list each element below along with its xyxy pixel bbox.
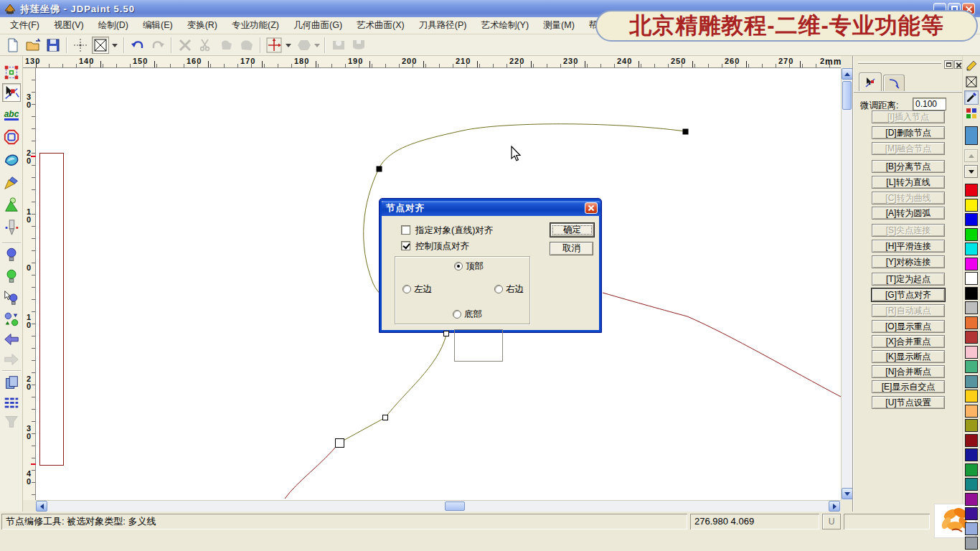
menu-item-4[interactable]: 编辑(E) [136,17,180,34]
cnc-drill-button[interactable] [2,218,21,237]
color-swatch-14[interactable] [965,375,978,388]
drawn-rectangle[interactable] [40,154,64,466]
text-tool-button[interactable]: abc [2,106,21,125]
scroll-right-button[interactable] [829,501,840,512]
menu-item-2[interactable]: 视图(V) [47,17,91,34]
color-swatch-5[interactable] [965,242,978,255]
color-picker-button[interactable] [964,90,979,105]
node-btn-G[interactable]: [G]节点对齐 [872,288,945,301]
node-btn-Y[interactable]: [Y]对称连接 [872,255,945,268]
bulb-pick-button[interactable] [2,288,21,307]
curve-shape-button[interactable] [2,151,21,169]
color-swatch-16[interactable] [965,405,978,418]
curve-node[interactable] [443,331,449,336]
tool-b-button[interactable] [350,37,367,54]
menu-item-7[interactable]: 几何曲面(G) [286,17,349,34]
color-swatch-9[interactable] [965,301,978,314]
axes-button[interactable] [265,37,283,54]
undo-button[interactable] [129,37,146,54]
color-swatch-13[interactable] [965,360,978,373]
color-swatch-10[interactable] [965,316,978,329]
menu-item-10[interactable]: 艺术绘制(Y) [473,17,536,34]
align-top-radio[interactable] [454,262,463,270]
menu-item-8[interactable]: 艺术曲面(X) [349,17,412,34]
node-btn-X[interactable]: [X]合并重点 [872,335,945,348]
redo-button[interactable] [149,37,166,54]
pen-tool-button[interactable] [2,174,21,192]
cone-3d-button[interactable] [2,195,21,214]
color-swatch-6[interactable] [965,258,978,270]
menu-item-6[interactable]: 专业功能(Z) [225,17,286,34]
nudge-distance-input[interactable] [913,98,946,110]
control-vertex-checkbox[interactable] [401,241,410,250]
node-btn-H[interactable]: [H]平滑连接 [872,240,945,253]
node-btn-O[interactable]: [O]显示重点 [872,320,945,333]
color-swatch-20[interactable] [965,463,978,476]
color-swatch-12[interactable] [965,346,978,359]
node-btn-U[interactable]: [U]节点设置 [872,396,945,409]
color-swatch-19[interactable] [965,448,978,461]
scroll-left-button[interactable] [36,501,47,512]
color-swatch-11[interactable] [965,331,978,344]
color-swatch-1[interactable] [965,184,978,197]
color-swatch-24[interactable] [965,522,978,535]
color-swatch-7[interactable] [965,272,978,285]
selection-dropdown-caret[interactable] [112,44,118,47]
menu-item-5[interactable]: 变换(R) [180,17,225,34]
palette-grid-button[interactable] [964,106,979,121]
node-btn-K[interactable]: [K]显示断点 [872,350,945,363]
color-swatch-25[interactable] [965,537,978,550]
ok-button[interactable]: 确定 [550,223,594,237]
node-btn-A[interactable]: [A]转为圆弧 [872,207,945,220]
color-swatch-15[interactable] [965,390,978,402]
copy-pages-button[interactable] [2,373,21,392]
menu-item-11[interactable]: 测量(M) [536,17,582,34]
node-btn-T[interactable]: [T]定为起点 [872,273,945,286]
dash-table-button[interactable] [2,393,21,412]
curve-node[interactable] [383,415,388,420]
color-swatch-8[interactable] [965,287,978,300]
curve-node-selected[interactable] [683,129,689,135]
color-swatch-2[interactable] [965,199,978,212]
marquee-select-button[interactable] [2,63,21,82]
horizontal-scroll-thumb[interactable] [445,501,465,511]
menu-item-3[interactable]: 绘制(D) [91,17,136,34]
align-to-object-checkbox[interactable] [401,225,410,235]
palette-scroll-up[interactable] [964,149,978,162]
color-swatch-4[interactable] [965,228,978,241]
copy-button[interactable] [218,37,235,54]
octagon-shape-button[interactable] [2,128,21,146]
delete-button[interactable] [176,37,194,54]
dialog-close-button[interactable] [585,202,598,214]
save-button[interactable] [44,37,62,54]
align-left-radio[interactable] [402,285,411,293]
align-right-radio[interactable] [494,285,503,293]
tab-node-edit[interactable] [859,72,882,91]
red-curve-right[interactable] [603,293,841,397]
axes-dropdown-caret[interactable] [286,44,291,47]
node-btn-N[interactable]: [N]合并断点 [872,365,945,378]
node-btn-L[interactable]: [L]转为直线 [872,176,945,189]
bulb-blue-button[interactable] [2,245,21,264]
panel-grip[interactable] [858,62,941,64]
forward-button[interactable] [2,350,21,369]
node-btn-D[interactable]: [D]删除节点 [872,126,945,139]
node-btn-E[interactable]: [E]显示自交点 [872,380,945,393]
node-edit-button[interactable] [2,83,21,102]
curve-node-selected[interactable] [377,166,382,172]
color-swatch-22[interactable] [965,493,978,506]
tool-a-button[interactable] [330,37,347,54]
dialog-title-bar[interactable]: 节点对齐 [382,201,600,216]
tab-curve-edit[interactable] [883,75,905,91]
vertical-scrollbar[interactable] [841,68,853,500]
paste-button[interactable] [238,37,255,54]
color-swatch-18[interactable] [965,434,978,447]
color-swatch-17[interactable] [965,419,978,432]
surface-button[interactable] [296,37,313,54]
curve-node[interactable] [336,439,344,448]
crosshair-button[interactable] [72,37,89,54]
bulb-green-button[interactable] [2,267,21,286]
cancel-button[interactable]: 取消 [550,242,593,255]
panel-restore-button[interactable] [944,60,953,69]
node-btn-B[interactable]: [B]分离节点 [872,160,945,173]
